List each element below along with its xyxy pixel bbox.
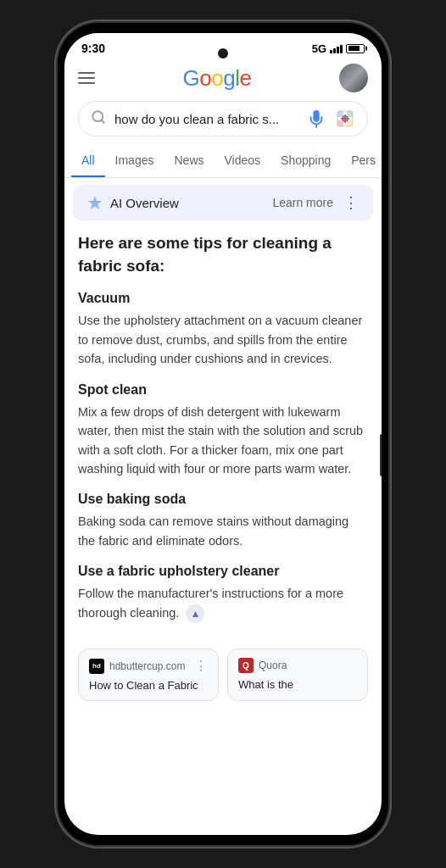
phone-screen: 9:30 5G (64, 33, 382, 835)
signal-bar-3 (337, 47, 339, 53)
ai-overview-bar: AI Overview Learn more ⋮ (73, 185, 373, 220)
battery-fill (348, 46, 360, 51)
results-content: Here are some tips for cleaning a fabric… (64, 227, 382, 640)
tab-news[interactable]: News (164, 145, 214, 177)
svg-rect-8 (347, 120, 353, 126)
ai-overview-left: AI Overview (86, 194, 179, 211)
battery-icon (346, 44, 365, 53)
source-favicon-quora: Q Quora (238, 658, 287, 673)
section-body-upholstery-cleaner: Follow the manufacturer's instructions f… (78, 584, 368, 623)
status-right: 5G (312, 42, 365, 55)
favicon-quora-icon: Q (238, 658, 254, 673)
source-cards: hd hdbuttercup.com ⋮ How to Clean a Fabr… (64, 640, 382, 711)
ai-sparkle-icon (86, 194, 103, 211)
status-time: 9:30 (81, 42, 105, 55)
signal-bar-2 (333, 48, 336, 53)
svg-rect-6 (347, 111, 353, 117)
source-card-header-1: hd hdbuttercup.com ⋮ (89, 658, 208, 674)
logo-g2: g (223, 65, 235, 91)
favicon-hd-icon: hd (89, 659, 104, 674)
google-logo: Google (183, 65, 252, 92)
svg-rect-7 (337, 120, 343, 126)
logo-o2: o (211, 65, 223, 91)
ai-overview-right: Learn more ⋮ (272, 193, 360, 212)
logo-e: e (239, 65, 251, 91)
lens-icon[interactable] (335, 108, 355, 129)
ai-overview-title: AI Overview (110, 196, 179, 210)
screen-content[interactable]: Google how do you clean a fabric s... (64, 58, 382, 835)
hamburger-line-1 (78, 72, 95, 74)
source-card-menu-1[interactable]: ⋮ (194, 658, 208, 674)
signal-bars (330, 43, 343, 53)
tab-images[interactable]: Images (105, 145, 164, 177)
section-title-vacuum: Vacuum (78, 291, 368, 306)
svg-rect-5 (337, 111, 343, 117)
search-bar-container: how do you clean a fabric s... (64, 99, 382, 145)
section-title-spot-clean: Spot clean (78, 382, 368, 398)
ai-overview-menu[interactable]: ⋮ (343, 193, 360, 212)
source-card-quora[interactable]: Q Quora What is the (227, 648, 368, 701)
section-body-spot-clean: Mix a few drops of dish detergent with l… (78, 403, 368, 479)
header: Google (64, 58, 382, 99)
hamburger-button[interactable] (78, 72, 95, 84)
phone-frame: 9:30 5G (58, 23, 388, 845)
hamburger-line-3 (78, 82, 95, 84)
search-query-text: how do you clean a fabric s... (114, 112, 298, 126)
section-title-baking-soda: Use baking soda (78, 492, 368, 507)
tab-pers[interactable]: Pers (341, 145, 382, 177)
search-icon (91, 109, 106, 128)
camera-notch (218, 48, 228, 58)
learn-more-link[interactable]: Learn more (272, 196, 333, 209)
section-body-baking-soda: Baking soda can remove stains without da… (78, 512, 368, 550)
svg-line-1 (101, 120, 103, 122)
search-bar[interactable]: how do you clean a fabric s... (78, 101, 368, 136)
source-card-title-1: How to Clean a Fabric (89, 679, 208, 692)
tab-shopping[interactable]: Shopping (270, 145, 341, 177)
section-body-vacuum: Use the upholstery attachment on a vacuu… (78, 311, 368, 368)
tab-videos[interactable]: Videos (215, 145, 271, 177)
hamburger-line-2 (78, 77, 95, 79)
main-heading: Here are some tips for cleaning a fabric… (78, 232, 368, 277)
tab-all[interactable]: All (71, 145, 105, 177)
source-domain-quora: Quora (259, 659, 287, 671)
section-title-upholstery-cleaner: Use a fabric upholstery cleaner (78, 564, 368, 579)
source-favicon-hd: hd hdbuttercup.com (89, 659, 185, 674)
logo-o1: o (199, 65, 211, 91)
source-card-title-2: What is the (238, 678, 357, 691)
mic-icon[interactable] (306, 108, 326, 129)
source-domain-hd: hdbuttercup.com (109, 660, 185, 672)
user-avatar[interactable] (339, 64, 368, 92)
side-button (380, 434, 382, 476)
collapse-button[interactable]: ▲ (186, 604, 204, 623)
signal-bar-1 (330, 50, 332, 53)
tabs-container: All Images News Videos Shopping Pers (64, 145, 382, 178)
source-card-header-2: Q Quora (238, 658, 357, 673)
network-label: 5G (312, 42, 326, 55)
logo-g1: G (183, 65, 200, 91)
source-card-hdbuttercup[interactable]: hd hdbuttercup.com ⋮ How to Clean a Fabr… (78, 648, 219, 701)
signal-bar-4 (340, 45, 343, 53)
